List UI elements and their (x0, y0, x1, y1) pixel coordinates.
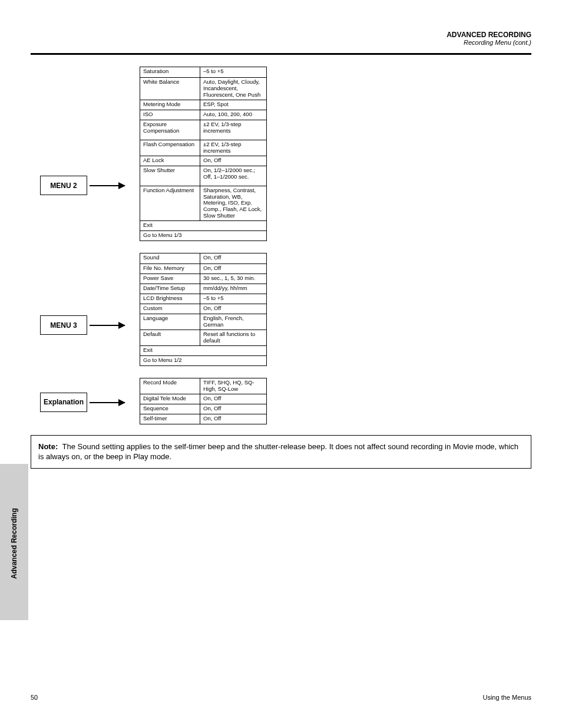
cell-value: English, French, German (200, 314, 266, 330)
cell-label: Slow Shutter (140, 166, 200, 186)
cell-value: On, 1/2–1/2000 sec.; Off, 1–1/2000 sec. (200, 166, 266, 186)
table-row: Self-timerOn, Off (140, 414, 266, 424)
table-row: Flash Compensation±2 EV, 1/3-step increm… (140, 140, 266, 156)
cell-value: Reset all functions to default (200, 330, 266, 345)
table-row: Go to Menu 1/2 (140, 355, 266, 365)
section-explanation: Explanation Record ModeTIFF, SHQ, HQ, SQ… (31, 378, 531, 424)
table-row: Exposure Compensation±2 EV, 1/3-step inc… (140, 120, 266, 140)
cell-label: ISO (140, 110, 200, 120)
cell-label: Default (140, 330, 200, 345)
table-row: SoundOn, Off (140, 253, 266, 263)
section-menu-2: MENU 2 Saturation–5 to +5White BalanceAu… (31, 67, 531, 241)
menu-label-box: MENU 3 (40, 315, 87, 335)
cell-full: Go to Menu 1/2 (140, 356, 266, 365)
cell-label: Exposure Compensation (140, 120, 200, 140)
cell-label: White Balance (140, 78, 200, 100)
cell-label: Flash Compensation (140, 140, 200, 156)
table-row: DefaultReset all functions to default (140, 330, 266, 345)
table-row: LanguageEnglish, French, German (140, 314, 266, 330)
table-row: ISOAuto, 100, 200, 400 (140, 110, 266, 120)
cell-value: Auto, 100, 200, 400 (200, 110, 266, 120)
cell-value: TIFF, SHQ, HQ, SQ-High, SQ-Low (200, 378, 266, 394)
table-row: SequenceOn, Off (140, 404, 266, 414)
cell-value: On, Off (200, 156, 266, 166)
table-row: Saturation–5 to +5 (140, 67, 266, 77)
cell-value: On, Off (200, 253, 266, 263)
arrow-icon (90, 402, 125, 403)
cell-value: –5 to +5 (200, 294, 266, 304)
cell-value: On, Off (200, 394, 266, 404)
cell-label: Sound (140, 253, 200, 263)
table-row: LCD Brightness–5 to +5 (140, 294, 266, 304)
footer-text: Using the Menus (482, 694, 531, 701)
cell-value: –5 to +5 (200, 67, 266, 77)
cell-value: On, Off (200, 264, 266, 274)
cell-label: Record Mode (140, 378, 200, 394)
cell-value: On, Off (200, 404, 266, 414)
cell-label: Date/Time Setup (140, 284, 200, 294)
cell-value: Sharpness, Contrast, Saturation, WB, Met… (200, 186, 266, 221)
cell-label: File No. Memory (140, 264, 200, 274)
cell-label: Metering Mode (140, 100, 200, 110)
cell-value: On, Off (200, 304, 266, 314)
table-row: Exit (140, 345, 266, 355)
cell-value: ±2 EV, 1/3-step increments (200, 120, 266, 140)
table-row: Slow ShutterOn, 1/2–1/2000 sec.; Off, 1–… (140, 166, 266, 186)
table-row: Metering ModeESP, Spot (140, 100, 266, 110)
page-footer: 50 Using the Menus (31, 694, 531, 701)
table-row: Go to Menu 1/3 (140, 230, 266, 241)
page-number: 50 (31, 694, 38, 701)
cell-value: On, Off (200, 414, 266, 424)
cell-label: LCD Brightness (140, 294, 200, 304)
cell-label: Self-timer (140, 414, 200, 424)
side-tab: Advanced Recording (0, 464, 28, 620)
table-row: CustomOn, Off (140, 304, 266, 314)
table-row: Digital Tele ModeOn, Off (140, 394, 266, 404)
cell-label: Digital Tele Mode (140, 394, 200, 404)
header-line-2: Recording Menu (cont.) (31, 39, 531, 46)
table-row: Record ModeTIFF, SHQ, HQ, SQ-High, SQ-Lo… (140, 378, 266, 394)
page-content: ADVANCED RECORDING Recording Menu (cont.… (0, 0, 562, 469)
header-line-1: ADVANCED RECORDING (31, 31, 531, 39)
header-rule (31, 53, 531, 55)
table-row: Function AdjustmentSharpness, Contrast, … (140, 186, 266, 221)
menu-3-table: SoundOn, OffFile No. MemoryOn, OffPower … (140, 253, 267, 366)
explanation-label-box: Explanation (40, 393, 87, 412)
note-box: Note: The Sound setting applies to the s… (31, 435, 531, 469)
cell-label: Function Adjustment (140, 186, 200, 221)
cell-value: ±2 EV, 1/3-step increments (200, 140, 266, 156)
table-row: File No. MemoryOn, Off (140, 263, 266, 274)
table-row: Exit (140, 220, 266, 230)
table-row: White BalanceAuto, Daylight, Cloudy, Inc… (140, 77, 266, 100)
table-row: Date/Time Setupmm/dd/yy, hh/mm (140, 284, 266, 294)
cell-value: Auto, Daylight, Cloudy, Incandescent, Fl… (200, 78, 266, 100)
cell-value: ESP, Spot (200, 100, 266, 110)
note-label: Note: (38, 442, 58, 451)
cell-label: AE Lock (140, 156, 200, 166)
arrow-icon (90, 325, 125, 326)
cell-full: Exit (140, 221, 266, 230)
cell-full: Go to Menu 1/3 (140, 231, 266, 241)
cell-label: Language (140, 314, 200, 330)
cell-value: mm/dd/yy, hh/mm (200, 284, 266, 294)
cell-full: Exit (140, 346, 266, 355)
cell-value: 30 sec., 1, 5, 30 min. (200, 274, 266, 284)
cell-label: Sequence (140, 404, 200, 414)
cell-label: Saturation (140, 67, 200, 77)
cell-label: Custom (140, 304, 200, 314)
side-tab-label: Advanced Recording (10, 508, 18, 579)
note-text: The Sound setting applies to the self-ti… (38, 442, 518, 462)
menu-2-table: Saturation–5 to +5White BalanceAuto, Day… (140, 67, 267, 241)
section-menu-3: MENU 3 SoundOn, OffFile No. MemoryOn, Of… (31, 253, 531, 366)
table-row: Power Save30 sec., 1, 5, 30 min. (140, 274, 266, 284)
page-header: ADVANCED RECORDING Recording Menu (cont.… (31, 31, 531, 46)
arrow-icon (90, 185, 125, 186)
cell-label: Power Save (140, 274, 200, 284)
explanation-table: Record ModeTIFF, SHQ, HQ, SQ-High, SQ-Lo… (140, 378, 267, 424)
table-row: AE LockOn, Off (140, 156, 266, 166)
menu-label-box: MENU 2 (40, 176, 87, 195)
